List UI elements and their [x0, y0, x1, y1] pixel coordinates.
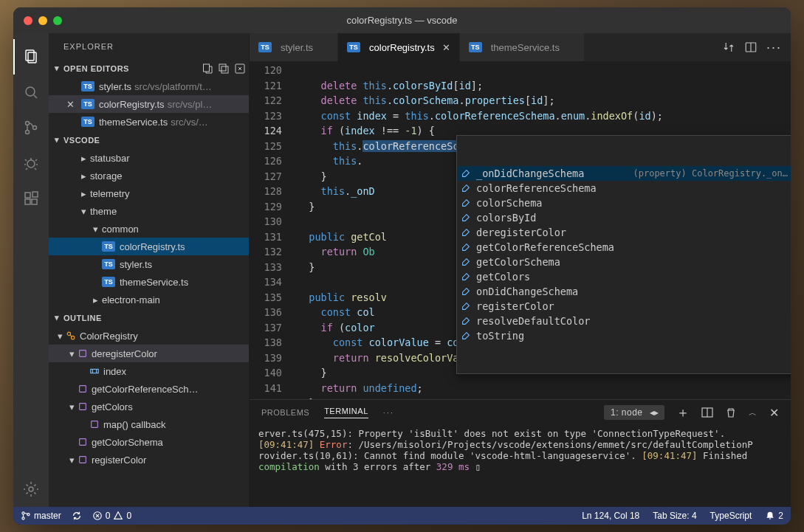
suggest-item[interactable]: onDidChangeSchema — [457, 284, 791, 299]
file-tree-file[interactable]: TSstyler.ts — [49, 255, 249, 273]
split-editor-icon[interactable] — [744, 41, 757, 54]
editor-body[interactable]: 1201211221231241251261271281291301311321… — [250, 61, 791, 399]
open-editors-section-header[interactable]: OPEN EDITORS — [49, 59, 249, 77]
open-editor-item[interactable]: ✕TScolorRegistry.tssrc/vs/pl… — [49, 95, 249, 113]
debug-activity-icon[interactable] — [13, 145, 49, 181]
outline-item[interactable]: getColors — [49, 398, 249, 415]
outline-label: OUTLINE — [63, 314, 102, 322]
outline-item[interactable]: ColorRegistry — [49, 327, 249, 345]
cursor-position-status[interactable]: Ln 124, Col 18 — [582, 511, 639, 521]
close-panel-icon[interactable]: ✕ — [769, 406, 780, 420]
line-number-gutter: 1201211221231241251261271281291301311321… — [250, 61, 297, 399]
suggest-item[interactable]: getColors — [457, 269, 791, 284]
window-controls — [13, 16, 62, 25]
sidebar-title: EXPLORER — [49, 33, 249, 59]
file-tree-folder[interactable]: statusbar — [49, 149, 249, 167]
settings-activity-icon[interactable] — [13, 471, 49, 507]
outline-item[interactable]: getColorSchema — [49, 433, 249, 451]
chevron-right-icon — [78, 153, 89, 164]
file-tree-folder[interactable]: storage — [49, 167, 249, 184]
editor-tab[interactable]: TScolorRegistry.ts✕ — [338, 33, 460, 61]
typescript-file-icon: TS — [258, 42, 272, 52]
maximize-window-button[interactable] — [53, 16, 62, 25]
chevron-right-icon — [78, 188, 89, 199]
symbol-method-icon — [77, 348, 89, 359]
close-tab-icon[interactable]: ✕ — [442, 42, 450, 53]
open-editor-item[interactable]: ✕TSthemeService.tssrc/vs/… — [49, 113, 249, 131]
explorer-activity-icon[interactable] — [13, 39, 49, 75]
terminal-output[interactable]: erver.ts(475,15): Property 'isBuilt' doe… — [250, 425, 791, 507]
compare-changes-icon[interactable] — [722, 41, 735, 54]
workspace-section-header[interactable]: VSCODE — [49, 131, 249, 149]
split-terminal-icon[interactable] — [701, 407, 713, 418]
editor-tab[interactable]: TSthemeService.ts✕ — [460, 33, 585, 61]
chevron-down-icon — [66, 455, 77, 466]
file-tree-file[interactable]: TScolorRegistry.ts — [49, 238, 249, 255]
suggest-label: colorReferenceSchema — [476, 181, 597, 196]
suggest-item[interactable]: colorsById — [457, 210, 791, 225]
close-all-icon[interactable] — [234, 63, 246, 75]
svg-rect-24 — [80, 457, 86, 463]
svg-point-17 — [71, 336, 74, 339]
svg-point-16 — [67, 332, 70, 335]
suggest-item[interactable]: toString — [457, 328, 791, 343]
tab-label: themeService.ts — [491, 42, 560, 53]
sync-status[interactable] — [72, 511, 82, 521]
code-content[interactable]: delete this.colorsById[id]; delete this.… — [297, 61, 791, 399]
symbol-var-icon — [89, 365, 100, 377]
panel-tab-terminal[interactable]: TERMINAL — [324, 407, 368, 418]
open-editor-name: styler.ts — [99, 81, 131, 92]
kill-terminal-icon[interactable] — [725, 407, 737, 418]
terminal-select[interactable]: 1: node◂▸ — [604, 405, 664, 420]
panel-more-icon[interactable]: ··· — [383, 408, 394, 417]
sidebar: EXPLORER OPEN EDITORS ✕TSstyler.tssrc/vs… — [49, 33, 250, 507]
language-mode-status[interactable]: TypeScript — [710, 511, 752, 521]
file-tree-file[interactable]: TSthemeService.ts — [49, 273, 249, 291]
problems-status[interactable]: 0 0 — [92, 511, 131, 521]
suggest-item[interactable]: registerColor — [457, 299, 791, 314]
titlebar[interactable]: colorRegistry.ts — vscode — [13, 7, 791, 33]
search-activity-icon[interactable] — [13, 75, 49, 110]
typescript-file-icon: TS — [102, 241, 115, 252]
suggest-item[interactable]: colorReferenceSchema — [457, 181, 791, 196]
suggest-item[interactable]: getColorSchema — [457, 255, 791, 269]
open-editor-item[interactable]: ✕TSstyler.tssrc/vs/platform/t… — [49, 77, 249, 95]
source-control-activity-icon[interactable] — [13, 110, 49, 145]
file-tree-folder[interactable]: theme — [49, 202, 249, 220]
outline-item-label: registerColor — [92, 455, 146, 466]
outline-item[interactable]: index — [49, 362, 249, 380]
typescript-file-icon: TS — [81, 117, 95, 127]
new-terminal-icon[interactable]: ＋ — [676, 404, 690, 421]
close-icon[interactable]: ✕ — [66, 99, 78, 110]
new-untitled-icon[interactable] — [202, 63, 213, 75]
suggest-label: getColorSchema — [476, 255, 560, 270]
suggest-widget[interactable]: _onDidChangeSchema(property) ColorRegist… — [456, 135, 791, 374]
panel-tab-problems[interactable]: PROBLEMS — [261, 408, 309, 417]
file-tree-folder[interactable]: electron-main — [49, 291, 249, 308]
minimize-window-button[interactable] — [38, 16, 47, 25]
outline-item[interactable]: getColorReferenceSch… — [49, 380, 249, 398]
git-branch-status[interactable]: master — [21, 511, 61, 521]
close-window-button[interactable] — [24, 16, 32, 25]
notifications-status[interactable]: 2 — [765, 511, 783, 521]
more-actions-icon[interactable]: ··· — [766, 40, 782, 55]
symbol-method-icon — [77, 436, 89, 448]
tab-size-status[interactable]: Tab Size: 4 — [653, 511, 696, 521]
file-tree-folder[interactable]: common — [49, 220, 249, 238]
suggest-item[interactable]: getColorReferenceSchema — [457, 240, 791, 255]
maximize-panel-icon[interactable]: ︿ — [749, 407, 757, 418]
svg-rect-22 — [92, 421, 98, 428]
suggest-item[interactable]: deregisterColor — [457, 225, 791, 240]
suggest-item[interactable]: colorSchema — [457, 196, 791, 210]
suggest-item[interactable]: _onDidChangeSchema(property) ColorRegist… — [457, 166, 791, 181]
extensions-activity-icon[interactable] — [13, 181, 49, 216]
outline-section-header[interactable]: OUTLINE — [49, 308, 249, 327]
editor-tab[interactable]: TSstyler.ts✕ — [250, 33, 338, 61]
file-tree-folder[interactable]: telemetry — [49, 184, 249, 202]
typescript-file-icon: TS — [81, 81, 95, 91]
save-all-icon[interactable] — [218, 63, 230, 75]
suggest-item[interactable]: resolveDefaultColor — [457, 314, 791, 328]
outline-item[interactable]: deregisterColor — [49, 345, 249, 362]
outline-item[interactable]: map() callback — [49, 415, 249, 433]
outline-item[interactable]: registerColor — [49, 451, 249, 469]
